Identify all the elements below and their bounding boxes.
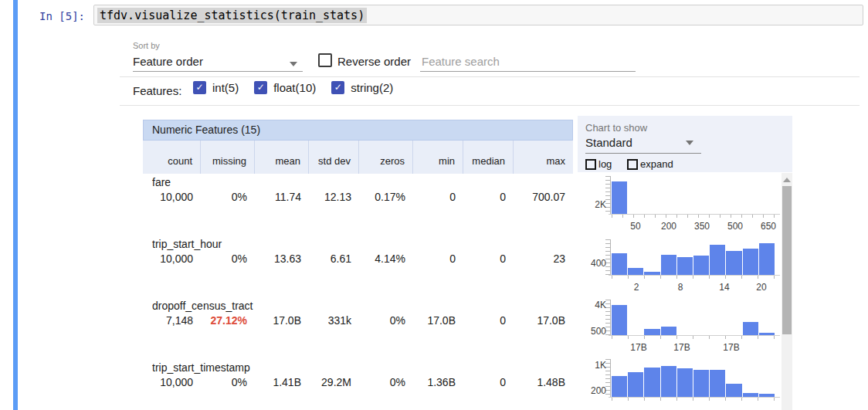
feature-type-filters: ✓int(5)✓float(10)✓string(2) <box>193 81 409 94</box>
table-row: trip_start_hour10,0000%13.636.614.14%002… <box>143 235 573 297</box>
stat-cell-mean: 17.0B <box>255 314 309 327</box>
feature-name: dropoff_census_tract <box>143 297 573 313</box>
code-text[interactable]: tfdv.visualize_statistics(train_stats) <box>97 8 367 23</box>
sort-dropdown-underline <box>133 71 303 72</box>
stat-cell-count: 10,000 <box>143 376 201 388</box>
sort-row: Sort by Feature order Reverse order Feat… <box>120 37 860 77</box>
stat-cell-median: 0 <box>463 376 514 388</box>
column-header-std-dev: std dev <box>309 141 359 174</box>
x-tick-label: 500 <box>727 222 743 231</box>
x-tick-label: 14 <box>719 283 729 292</box>
feature-stats: 10,0000%11.7412.130.17%00700.07 <box>143 191 573 203</box>
expand-checkbox[interactable] <box>627 159 638 170</box>
jupyter-code-cell[interactable]: tfdv.visualize_statistics(train_stats) <box>93 5 863 25</box>
x-tick-label: 8 <box>678 283 683 292</box>
stat-cell-median: 0 <box>463 191 514 203</box>
chevron-down-icon[interactable] <box>290 62 297 66</box>
x-tick-label: 650 <box>761 222 776 231</box>
stat-cell-max: 1.48B <box>514 376 573 388</box>
chart-controls-panel: Chart to show Standard log expand <box>578 116 792 172</box>
table-row: fare10,0000%11.7412.130.17%00700.07 <box>143 174 573 235</box>
stat-cell-std-dev: 6.61 <box>309 252 359 265</box>
stat-cell-median: 0 <box>463 252 514 265</box>
search-input-underline <box>420 71 636 72</box>
histogram-dropoff-census-tract: 4K500 17B17B17B <box>583 297 780 357</box>
reverse-order-label: Reverse order <box>337 55 411 68</box>
column-header-mean: mean <box>255 141 309 174</box>
stat-cell-mean: 13.63 <box>255 252 309 265</box>
histogram-trip-start-hour: 400 281420 <box>583 235 780 297</box>
scrollbar-up-arrow-icon[interactable] <box>783 178 791 182</box>
sort-by-label: Sort by <box>133 41 160 50</box>
column-header-zeros: zeros <box>359 141 413 174</box>
stat-cell-max: 700.07 <box>514 191 573 203</box>
feature-name: trip_start_timestamp <box>143 359 573 374</box>
stat-cell-count: 7,148 <box>143 314 201 327</box>
x-tick-label: 17B <box>723 343 739 352</box>
log-checkbox[interactable] <box>585 159 596 170</box>
stat-cell-missing: 0% <box>201 376 255 388</box>
stat-cell-std-dev: 29.2M <box>309 376 359 388</box>
feature-type-filter: ✓int(5) <box>193 81 239 94</box>
feature-search-input[interactable]: Feature search <box>422 55 500 68</box>
table-row: trip_start_timestamp10,0000%1.41B29.2M0%… <box>143 359 573 410</box>
stat-cell-std-dev: 331k <box>309 314 359 327</box>
scrollbar-thumb[interactable] <box>782 186 792 334</box>
sort-by-dropdown[interactable]: Feature order <box>133 55 203 68</box>
stat-cell-mean: 11.74 <box>255 191 309 203</box>
stat-cell-zeros: 0% <box>359 314 413 327</box>
chevron-down-icon[interactable] <box>686 141 693 145</box>
stat-cell-zeros: 4.14% <box>359 252 413 265</box>
feature-stats: 7,14827.12%17.0B331k0%17.0B017.0B <box>143 314 573 327</box>
stat-cell-min: 0 <box>413 191 463 203</box>
column-header-max: max <box>514 141 573 174</box>
expand-label: expand <box>640 158 673 170</box>
type-filter-label: float(10) <box>273 81 316 94</box>
feature-name: trip_start_hour <box>143 235 573 251</box>
stat-cell-max: 17.0B <box>514 314 573 327</box>
type-filter-checkbox[interactable]: ✓ <box>193 81 206 94</box>
column-header-median: median <box>463 141 514 174</box>
log-label: log <box>598 158 612 170</box>
stat-cell-median: 0 <box>463 314 514 327</box>
stat-cell-mean: 1.41B <box>255 376 309 388</box>
feature-type-filter: ✓string(2) <box>331 81 393 94</box>
stat-cell-std-dev: 12.13 <box>309 191 359 203</box>
stat-cell-max: 23 <box>514 252 573 265</box>
reverse-order-checkbox[interactable] <box>318 53 332 67</box>
numeric-features-header: Numeric Features (15) <box>143 120 573 141</box>
features-label: Features: <box>133 84 181 97</box>
x-axis-labels <box>583 357 780 410</box>
type-filter-checkbox[interactable]: ✓ <box>254 81 267 94</box>
stat-cell-min: 17.0B <box>413 314 463 327</box>
feature-stats: 10,0000%1.41B29.2M0%1.36B01.48B <box>143 376 573 388</box>
facets-controls-panel: Sort by Feature order Reverse order Feat… <box>120 37 860 106</box>
stat-cell-zeros: 0.17% <box>359 191 413 203</box>
stat-cell-min: 1.36B <box>413 376 463 388</box>
x-tick-label: 2 <box>634 283 639 292</box>
feature-name: fare <box>143 174 573 189</box>
column-header-min: min <box>413 141 463 174</box>
x-tick-label: 200 <box>661 222 676 231</box>
x-tick-label: 17B <box>673 343 690 352</box>
x-tick-label: 350 <box>694 222 710 231</box>
type-filter-label: int(5) <box>212 81 239 94</box>
histogram-fare: 2K 50200350500650 <box>583 174 780 235</box>
table-rows: fare10,0000%11.7412.130.17%00700.07trip_… <box>143 174 573 410</box>
x-tick-label: 17B <box>630 343 646 352</box>
jupyter-cell-selection-bar[interactable] <box>13 0 18 410</box>
x-tick-label: 50 <box>630 222 640 231</box>
stat-cell-missing: 27.12% <box>201 314 255 327</box>
stat-cell-count: 10,000 <box>143 191 201 203</box>
table-column-header: countmissingmeanstd devzerosminmedianmax <box>143 141 573 174</box>
histogram-trip-start-timestamp: 1K200 <box>583 357 780 410</box>
stat-cell-count: 10,000 <box>143 252 201 265</box>
table-row: dropoff_census_tract7,14827.12%17.0B331k… <box>143 297 573 359</box>
column-header-count: count <box>143 141 201 174</box>
stat-cell-min: 0 <box>413 252 463 265</box>
type-filter-checkbox[interactable]: ✓ <box>331 81 344 94</box>
x-axis-labels: 281420 <box>583 235 780 297</box>
feature-stats: 10,0000%13.636.614.14%0023 <box>143 252 573 265</box>
stat-cell-missing: 0% <box>201 252 255 265</box>
chart-to-show-dropdown[interactable]: Standard <box>585 136 632 149</box>
